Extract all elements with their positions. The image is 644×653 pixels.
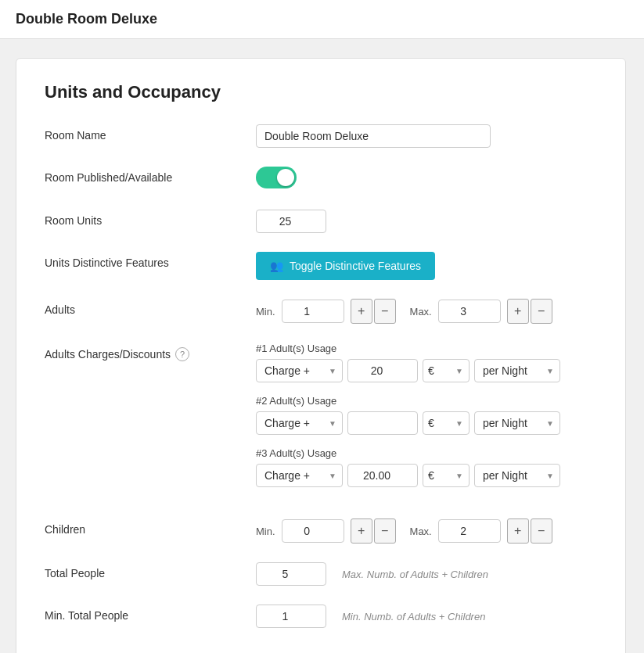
children-min-label: Min. <box>256 526 275 537</box>
toggle-distinctive-button[interactable]: 👥 Toggle Distinctive Features <box>256 252 435 280</box>
adults-max-plus-btn[interactable]: + <box>507 299 529 324</box>
adult3-charge-select-wrap: Charge + Charge - Discount % <box>256 464 343 487</box>
adults-min-max: Min. + − Max. + − <box>256 299 597 324</box>
children-max-label: Max. <box>410 526 432 537</box>
adult3-charge-select[interactable]: Charge + Charge - Discount % <box>256 464 343 487</box>
adult1-per-select[interactable]: per Night per Stay per Week <box>474 359 560 382</box>
adult3-currency-select-wrap: € $ £ <box>423 464 470 487</box>
adult3-amount-input[interactable] <box>347 464 418 487</box>
total-people-row: Total People Max. Numb. of Adults + Chil… <box>45 562 597 586</box>
adults-min-input[interactable] <box>282 300 344 323</box>
children-control: Min. + − Max. + − <box>256 518 597 544</box>
adults-min-minus-btn[interactable]: − <box>374 299 396 324</box>
adults-charges-help-icon[interactable]: ? <box>175 347 189 361</box>
room-name-row: Room Name <box>45 124 597 148</box>
adults-charges-control: #1 Adult(s) Usage Charge + Charge - Disc… <box>256 343 597 500</box>
page-header: Double Room Deluxe <box>0 0 644 39</box>
children-max-plus-btn[interactable]: + <box>507 518 529 544</box>
adult2-charge-select-wrap: Charge + Charge - Discount % <box>256 411 343 435</box>
room-published-control <box>256 167 597 191</box>
room-published-toggle[interactable] <box>256 167 297 188</box>
adults-max-spinners: + − <box>507 299 552 324</box>
adult3-per-select[interactable]: per Night per Stay per Week <box>474 464 560 487</box>
children-min-spinners: + − <box>351 518 396 544</box>
toggle-slider <box>256 167 297 188</box>
adult1-charge-select-wrap: Charge + Charge - Discount % <box>256 359 343 382</box>
adult2-amount-input[interactable] <box>347 411 418 435</box>
adults-max-label: Max. <box>410 306 432 318</box>
adult1-usage-label: #1 Adult(s) Usage <box>256 343 597 354</box>
adult1-per-select-wrap: per Night per Stay per Week <box>474 359 560 382</box>
adult1-currency-select-wrap: € $ £ <box>423 359 470 382</box>
adult3-usage-label: #3 Adult(s) Usage <box>256 447 597 459</box>
min-total-people-note: Min. Numb. of Adults + Children <box>342 611 485 623</box>
adult2-charge-select[interactable]: Charge + Charge - Discount % <box>256 411 343 435</box>
children-max-input[interactable] <box>438 519 501 543</box>
children-max-spinners: + − <box>507 518 552 544</box>
children-min-input[interactable] <box>282 519 344 543</box>
adult2-usage-label: #2 Adult(s) Usage <box>256 395 597 407</box>
room-units-row: Room Units <box>45 210 597 233</box>
children-max-minus-btn[interactable]: − <box>531 518 552 544</box>
total-people-control: Max. Numb. of Adults + Children <box>256 562 597 586</box>
room-name-control <box>256 124 597 148</box>
room-name-label: Room Name <box>45 124 256 142</box>
adult2-charge-row: Charge + Charge - Discount % € $ £ <box>256 411 597 435</box>
adult2-currency-select[interactable]: € $ £ <box>423 411 470 435</box>
children-row: Children Min. + − Max. + − <box>45 518 597 544</box>
total-people-note: Max. Numb. of Adults + Children <box>342 569 488 580</box>
units-distinctive-label: Units Distinctive Features <box>45 252 256 269</box>
adult2-per-select-wrap: per Night per Stay per Week <box>474 411 560 435</box>
adult1-charge-group: #1 Adult(s) Usage Charge + Charge - Disc… <box>256 343 597 382</box>
room-published-row: Room Published/Available <box>45 167 597 191</box>
adults-min-spinners: + − <box>351 299 396 324</box>
adults-charges-row: Adults Charges/Discounts ? #1 Adult(s) U… <box>45 343 597 500</box>
adults-label: Adults <box>45 299 256 316</box>
main-card: Units and Occupancy Room Name Room Publi… <box>16 58 626 653</box>
units-distinctive-row: Units Distinctive Features 👥 Toggle Dist… <box>45 252 597 280</box>
toggle-btn-label: Toggle Distinctive Features <box>290 260 421 272</box>
min-total-people-input[interactable] <box>256 605 326 628</box>
adult3-charge-row: Charge + Charge - Discount % € $ £ <box>256 464 597 487</box>
adult1-charge-select[interactable]: Charge + Charge - Discount % <box>256 359 343 382</box>
room-units-label: Room Units <box>45 210 256 227</box>
min-total-people-control: Min. Numb. of Adults + Children <box>256 605 597 628</box>
adult3-currency-select[interactable]: € $ £ <box>423 464 470 487</box>
room-published-label: Room Published/Available <box>45 167 256 184</box>
children-min-plus-btn[interactable]: + <box>351 518 372 544</box>
card-title: Units and Occupancy <box>45 82 597 102</box>
children-label: Children <box>45 518 256 536</box>
children-min-max: Min. + − Max. + − <box>256 518 597 544</box>
adult1-amount-input[interactable] <box>347 359 418 382</box>
adults-row: Adults Min. + − Max. + − <box>45 299 597 324</box>
adults-control: Min. + − Max. + − <box>256 299 597 324</box>
total-people-input[interactable] <box>256 562 326 586</box>
adult1-charge-row: Charge + Charge - Discount % € $ £ <box>256 359 597 382</box>
adult3-charge-group: #3 Adult(s) Usage Charge + Charge - Disc… <box>256 447 597 487</box>
adult2-per-select[interactable]: per Night per Stay per Week <box>474 411 560 435</box>
min-total-people-label: Min. Total People <box>45 605 256 622</box>
adults-max-input[interactable] <box>438 300 501 323</box>
adult2-charge-group: #2 Adult(s) Usage Charge + Charge - Disc… <box>256 395 597 435</box>
room-units-control <box>256 210 597 233</box>
units-distinctive-control: 👥 Toggle Distinctive Features <box>256 252 597 280</box>
total-people-label: Total People <box>45 562 256 579</box>
adult3-per-select-wrap: per Night per Stay per Week <box>474 464 560 487</box>
adults-max-minus-btn[interactable]: − <box>531 299 552 324</box>
people-icon: 👥 <box>270 260 283 272</box>
adult1-currency-select[interactable]: € $ £ <box>423 359 470 382</box>
adults-min-plus-btn[interactable]: + <box>351 299 372 324</box>
adults-min-label: Min. <box>256 306 275 318</box>
page-title: Double Room Deluxe <box>16 11 628 27</box>
room-units-input[interactable] <box>256 210 326 233</box>
room-name-input[interactable] <box>256 124 491 148</box>
adults-charges-label: Adults Charges/Discounts ? <box>45 343 256 361</box>
min-total-people-row: Min. Total People Min. Numb. of Adults +… <box>45 605 597 628</box>
adult2-currency-select-wrap: € $ £ <box>423 411 470 435</box>
children-min-minus-btn[interactable]: − <box>374 518 396 544</box>
